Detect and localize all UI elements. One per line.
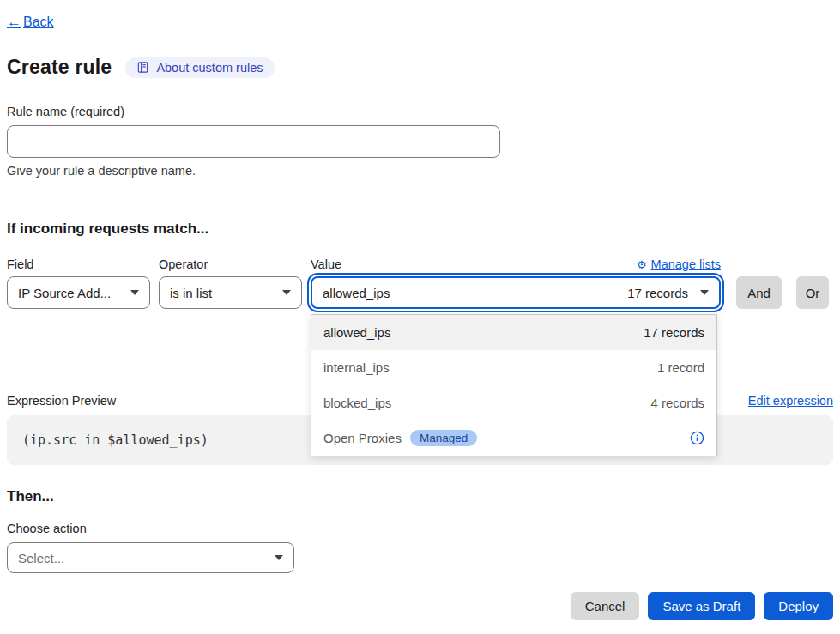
page-title: Create rule [7,56,112,79]
dropdown-option-internal-ips[interactable]: internal_ips 1 record [311,350,716,385]
value-select-right: 17 records [627,286,709,300]
value-select-meta: 17 records [627,286,688,300]
chevron-down-icon [275,555,283,560]
managed-badge: Managed [410,430,477,446]
back-link[interactable]: ←Back [7,14,54,31]
option-meta: 1 record [657,360,704,375]
option-name: Open Proxies [323,431,402,445]
dropdown-option-allowed-ips[interactable]: allowed_ips 17 records [311,315,716,350]
condition-row: Field IP Source Add... Operator is in li… [7,257,833,309]
edit-expression-link[interactable]: Edit expression [748,394,833,408]
option-name: allowed_ips [323,325,390,340]
or-button[interactable]: Or [796,276,829,309]
page-header: Create rule About custom rules [7,56,833,79]
chevron-down-icon [700,290,709,295]
field-label: Field [7,257,150,271]
and-button[interactable]: And [736,276,782,309]
dropdown-option-open-proxies[interactable]: Open Proxies Managed [311,420,716,456]
option-name: blocked_ips [323,395,391,410]
field-select[interactable]: IP Source Add... [7,276,150,309]
operator-label: Operator [159,257,302,271]
back-arrow-icon: ← [7,14,21,31]
value-column: Value ⚙ Manage lists allowed_ips 17 reco… [311,257,721,309]
footer-actions: Cancel Save as Draft Deploy [7,592,833,620]
option-name-wrap: Open Proxies Managed [323,430,477,446]
chevron-down-icon [282,290,291,295]
operator-select-value: is in list [170,286,212,300]
option-name: internal_ips [323,360,390,375]
field-column: Field IP Source Add... [7,257,150,309]
back-link-label: Back [23,15,54,30]
match-section-title: If incoming requests match... [7,220,833,238]
action-select[interactable]: Select... [7,542,294,573]
manage-lists-link[interactable]: ⚙ Manage lists [637,257,721,271]
value-dropdown-panel: allowed_ips 17 records internal_ips 1 re… [311,314,717,456]
rule-name-input[interactable] [7,125,500,158]
choose-action-label: Choose action [7,522,833,535]
value-select-value: allowed_ips [323,286,390,300]
deploy-button[interactable]: Deploy [764,592,833,620]
operator-select[interactable]: is in list [159,276,302,309]
about-custom-rules-link[interactable]: About custom rules [125,57,274,78]
option-meta: 4 records [650,395,704,410]
rule-name-label: Rule name (required) [7,105,833,118]
create-rule-page: ←Back Create rule About custom rules Rul… [0,0,840,634]
dropdown-option-blocked-ips[interactable]: blocked_ips 4 records [311,385,716,420]
save-as-draft-button[interactable]: Save as Draft [648,592,755,620]
expression-code: (ip.src in $allowed_ips) [22,432,208,448]
info-icon[interactable] [690,431,704,445]
gear-icon: ⚙ [637,258,647,271]
expression-preview-label: Expression Preview [7,394,116,408]
field-select-value: IP Source Add... [18,286,111,300]
option-meta: 17 records [644,325,704,340]
logic-buttons: And Or [736,276,829,309]
rule-name-helper: Give your rule a descriptive name. [7,164,833,178]
value-label: Value [311,257,341,271]
about-custom-rules-label: About custom rules [156,61,263,75]
section-divider [7,202,833,202]
value-label-row: Value ⚙ Manage lists [311,257,721,271]
operator-column: Operator is in list [159,257,302,309]
then-section-title: Then... [7,488,833,505]
manage-lists-label: Manage lists [651,257,721,271]
cancel-button[interactable]: Cancel [571,592,640,620]
action-select-placeholder: Select... [18,551,64,565]
book-icon [136,61,149,74]
chevron-down-icon [130,290,139,295]
value-select[interactable]: allowed_ips 17 records [311,276,721,309]
